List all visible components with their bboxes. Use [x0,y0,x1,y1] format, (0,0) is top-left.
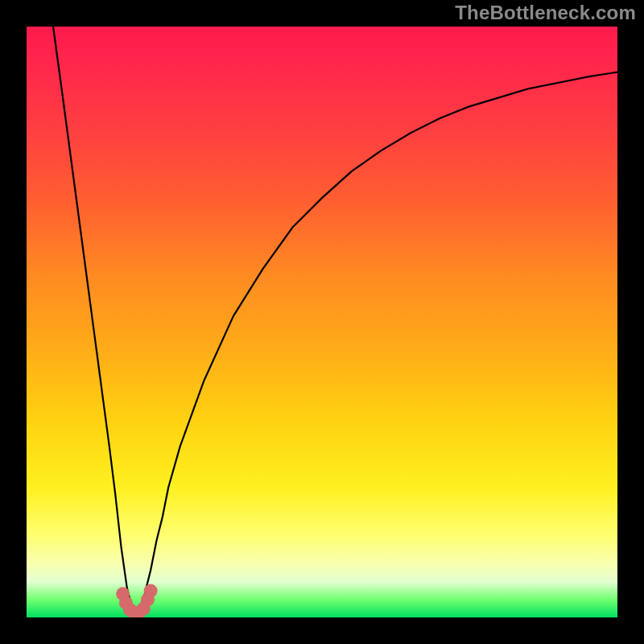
plot-area [27,27,617,617]
bottleneck-curve [53,27,617,617]
curve-svg [27,27,617,617]
watermark-text: TheBottleneck.com [455,2,636,24]
data-marker [144,584,158,597]
outer-frame: TheBottleneck.com [0,0,644,644]
